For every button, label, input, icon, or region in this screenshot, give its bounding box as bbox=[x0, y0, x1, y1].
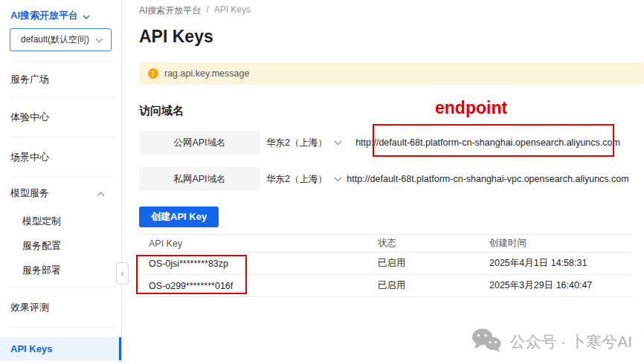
domain-label-private: 私网API域名 bbox=[139, 167, 260, 191]
warning-icon: ! bbox=[148, 68, 158, 79]
region-value: 华东2（上海） bbox=[266, 137, 327, 149]
status-badge: 已启用 bbox=[368, 257, 480, 270]
chevron-down-icon bbox=[83, 10, 90, 22]
region-value: 华东2（上海） bbox=[266, 173, 327, 186]
brand-label: AI搜索开放平台 bbox=[10, 9, 78, 22]
sidebar-item-service-market[interactable]: 服务广场 bbox=[0, 62, 121, 97]
table-header-row: API Key 状态 创建时间 bbox=[139, 234, 632, 253]
api-key-value: OS-0jsi********83zp bbox=[139, 259, 368, 269]
sidebar-item-api-keys[interactable]: API Keys bbox=[0, 337, 121, 360]
sidebar-item-experience-center[interactable]: 体验中心 bbox=[0, 97, 121, 137]
brand-menu[interactable]: AI搜索开放平台 bbox=[0, 0, 121, 22]
sidebar-collapse-button[interactable]: ‹ bbox=[116, 262, 129, 285]
domain-label-public: 公网API域名 bbox=[139, 131, 260, 155]
column-header-created: 创建时间 bbox=[480, 237, 632, 250]
warning-banner: ! rag.api.key.message bbox=[139, 62, 644, 85]
main-content: AI搜索开放平台 / API Keys API Keys ! rag.api.k… bbox=[123, 0, 644, 364]
sidebar-subitem-label: 服务配置 bbox=[22, 239, 61, 253]
sidebar-item-label: 体验中心 bbox=[10, 111, 49, 124]
column-header-status: 状态 bbox=[368, 237, 480, 250]
chevron-down-icon bbox=[334, 137, 342, 148]
sidebar-item-service-deploy[interactable]: 服务部署 bbox=[0, 258, 121, 282]
sidebar-item-model-custom[interactable]: 模型定制 bbox=[0, 209, 121, 233]
wechat-icon bbox=[471, 328, 502, 356]
table-row: OS-o299********016f 已启用 2025年3月29日 16:40… bbox=[139, 275, 632, 297]
sidebar-item-scene-center[interactable]: 场景中心 bbox=[0, 137, 121, 177]
breadcrumb: AI搜索开放平台 / API Keys bbox=[139, 0, 644, 17]
region-select-public[interactable]: 华东2（上海） bbox=[266, 137, 344, 149]
chevron-down-icon bbox=[95, 35, 103, 45]
sidebar-item-label: 场景中心 bbox=[10, 151, 49, 164]
section-title-domains: 访问域名 bbox=[139, 104, 644, 118]
watermark: 公众号 · 卜寒兮AI bbox=[471, 328, 632, 356]
breadcrumb-separator: / bbox=[206, 4, 208, 17]
divider bbox=[10, 327, 115, 328]
domain-row-public: 公网API域名 华东2（上海） http://default-68t.platf… bbox=[139, 131, 632, 155]
api-key-value: OS-o299********016f bbox=[139, 281, 368, 291]
column-header-api-key: API Key bbox=[139, 238, 368, 249]
status-badge: 已启用 bbox=[368, 279, 480, 292]
page-title: API Keys bbox=[139, 27, 644, 47]
created-at: 2025年3月29日 16:40:47 bbox=[480, 279, 632, 292]
chevron-up-icon bbox=[97, 188, 105, 199]
chevron-down-icon bbox=[334, 174, 342, 184]
create-api-key-button[interactable]: 创建API Key bbox=[139, 207, 219, 227]
sidebar-item-label: 模型服务 bbox=[10, 186, 49, 200]
region-select-private[interactable]: 华东2（上海） bbox=[266, 173, 344, 186]
sidebar-item-model-service[interactable]: 模型服务 bbox=[0, 178, 121, 209]
workspace-select[interactable]: default(默认空间) bbox=[10, 28, 112, 51]
api-keys-table: API Key 状态 创建时间 OS-0jsi********83zp 已启用 … bbox=[139, 234, 632, 297]
sidebar-item-label: API Keys bbox=[10, 343, 52, 354]
sidebar-item-label: 服务广场 bbox=[10, 73, 49, 86]
chevron-left-icon: ‹ bbox=[121, 268, 124, 279]
sidebar-subitem-label: 模型定制 bbox=[22, 215, 61, 228]
sidebar-subitem-label: 服务部署 bbox=[22, 264, 61, 277]
breadcrumb-current: API Keys bbox=[214, 4, 251, 17]
workspace-select-value: default(默认空间) bbox=[21, 33, 89, 46]
domain-row-private: 私网API域名 华东2（上海） http://default-68t.platf… bbox=[139, 167, 632, 191]
table-row: OS-0jsi********83zp 已启用 2025年4月1日 14:58:… bbox=[139, 253, 632, 275]
breadcrumb-root[interactable]: AI搜索开放平台 bbox=[139, 4, 201, 17]
banner-message: rag.api.key.message bbox=[164, 68, 249, 79]
sidebar-item-service-config[interactable]: 服务配置 bbox=[0, 233, 121, 258]
annotation-endpoint-label: endpoint bbox=[435, 98, 507, 118]
watermark-text: 公众号 · 卜寒兮AI bbox=[509, 331, 632, 352]
created-at: 2025年4月1日 14:58:31 bbox=[480, 257, 632, 270]
sidebar-item-evaluation[interactable]: 效果评测 bbox=[0, 287, 121, 327]
sidebar: AI搜索开放平台 default(默认空间) 服务广场 体验中心 场景中心 模型… bbox=[0, 0, 122, 364]
private-endpoint-url: http://default-68t.platform-cn-shanghai-… bbox=[344, 174, 632, 184]
public-endpoint-url: http://default-68t.platform-cn-shanghai.… bbox=[344, 137, 632, 148]
sidebar-item-label: 效果评测 bbox=[10, 301, 49, 314]
